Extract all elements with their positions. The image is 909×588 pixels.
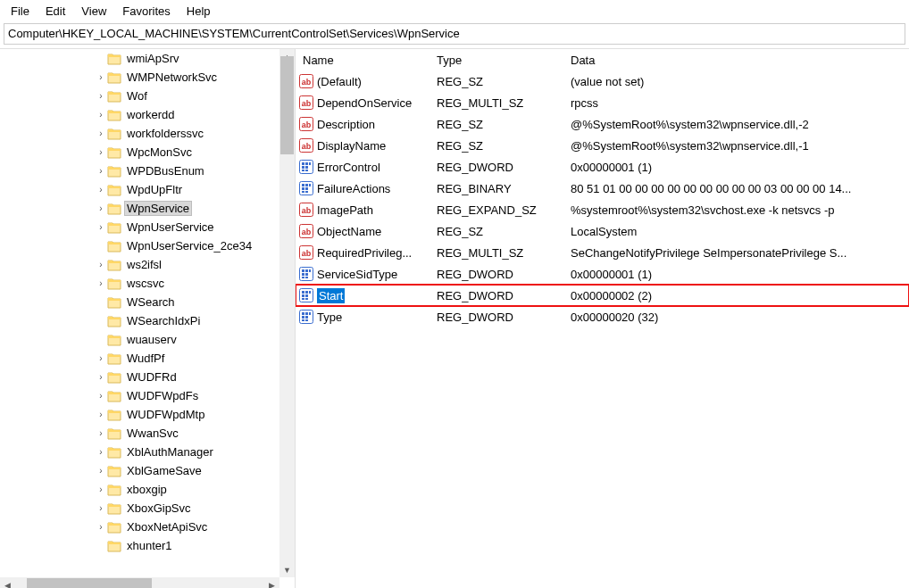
registry-value-row[interactable]: DependOnServiceREG_MULTI_SZrpcss (296, 92, 909, 113)
tree-item-label: WpcMonSvc (125, 145, 194, 159)
tree-item-label: WSearchIdxPi (125, 314, 202, 327)
tree-item[interactable]: ›XblAuthManager (0, 443, 295, 461)
chevron-right-icon[interactable]: › (95, 203, 107, 213)
value-name-cell: FailureActions (296, 181, 429, 195)
chevron-right-icon[interactable]: › (95, 428, 107, 438)
registry-value-row[interactable]: FailureActionsREG_BINARY80 51 01 00 00 0… (296, 178, 909, 199)
tree-item[interactable]: ›WwanSvc (0, 424, 295, 443)
chevron-right-icon[interactable]: › (95, 353, 107, 363)
registry-value-row[interactable]: ImagePathREG_EXPAND_SZ%systemroot%\syste… (296, 199, 909, 220)
tree-item[interactable]: ›WMPNetworkSvc (0, 68, 295, 87)
tree-item[interactable]: wmiApSrv (0, 49, 295, 68)
folder-icon (107, 352, 121, 366)
tree-vertical-scrollbar[interactable]: ▲ ▼ (279, 49, 295, 577)
chevron-right-icon[interactable]: › (95, 503, 107, 513)
chevron-right-icon[interactable]: › (95, 166, 107, 176)
menu-favorites[interactable]: Favorites (117, 4, 175, 19)
address-bar[interactable]: Computer\HKEY_LOCAL_MACHINE\SYSTEM\Curre… (4, 23, 905, 45)
registry-value-row[interactable]: (Default)REG_SZ(value not set) (296, 70, 909, 92)
scroll-right-arrow-icon[interactable]: ▶ (264, 577, 279, 588)
registry-value-row[interactable]: RequiredPrivileg...REG_MULTI_SZSeChangeN… (296, 242, 909, 263)
tree-item[interactable]: ›WudfPf (0, 349, 295, 368)
chevron-right-icon[interactable]: › (95, 484, 107, 494)
binary-value-icon (299, 310, 313, 324)
tree-item[interactable]: ›XboxGipSvc (0, 499, 295, 518)
value-name-cell: ErrorControl (296, 160, 429, 174)
registry-value-row[interactable]: StartREG_DWORD0x00000002 (2) (296, 285, 909, 306)
tree-item[interactable]: ›wscsvc (0, 274, 295, 293)
scroll-thumb[interactable] (280, 56, 294, 154)
chevron-right-icon[interactable]: › (95, 110, 107, 120)
value-type: REG_SZ (429, 225, 563, 238)
tree-item[interactable]: ›WpdUpFltr (0, 180, 295, 199)
value-data: LocalSystem (563, 225, 909, 238)
tree-item[interactable]: ›WpnUserService (0, 218, 295, 236)
chevron-right-icon[interactable]: › (95, 260, 107, 269)
tree-item[interactable]: ›workerdd (0, 105, 295, 124)
column-header-name[interactable]: Name (296, 51, 429, 70)
tree-item[interactable]: ›XboxNetApiSvc (0, 518, 295, 536)
value-name-cell: (Default) (296, 74, 429, 88)
registry-value-row[interactable]: ErrorControlREG_DWORD0x00000001 (1) (296, 156, 909, 178)
tree-content[interactable]: wmiApSrv›WMPNetworkSvc›Wof›workerdd›work… (0, 49, 295, 577)
tree-item[interactable]: ›WPDBusEnum (0, 161, 295, 180)
tree-item[interactable]: ›WUDFRd (0, 368, 295, 386)
chevron-right-icon[interactable]: › (95, 185, 107, 195)
tree-item[interactable]: ›workfolderssvc (0, 124, 295, 143)
tree-item[interactable]: ›WUDFWpdMtp (0, 405, 295, 424)
column-header-data[interactable]: Data (563, 51, 909, 70)
chevron-right-icon[interactable]: › (95, 278, 107, 288)
value-data: (value not set) (563, 75, 909, 88)
tree-item[interactable]: ›ws2ifsl (0, 255, 295, 274)
tree-item[interactable]: WpnUserService_2ce34 (0, 236, 295, 255)
tree-item[interactable]: xhunter1 (0, 536, 295, 555)
folder-icon (107, 145, 121, 160)
scroll-thumb[interactable] (27, 578, 152, 588)
registry-value-row[interactable]: ObjectNameREG_SZLocalSystem (296, 220, 909, 242)
tree-item[interactable]: WSearch (0, 293, 295, 311)
tree-item[interactable]: ›Wof (0, 87, 295, 105)
chevron-right-icon[interactable]: › (95, 466, 107, 476)
tree-item[interactable]: ›WpcMonSvc (0, 143, 295, 161)
value-name-cell: ImagePath (296, 203, 429, 217)
tree-item[interactable]: ›XblGameSave (0, 461, 295, 480)
chevron-right-icon[interactable]: › (95, 391, 107, 401)
value-data: 0x00000020 (32) (563, 311, 909, 324)
chevron-right-icon[interactable]: › (95, 128, 107, 138)
tree-item[interactable]: WSearchIdxPi (0, 311, 295, 330)
chevron-right-icon[interactable]: › (95, 147, 107, 157)
menu-edit[interactable]: Edit (40, 4, 71, 19)
value-name: ImagePath (317, 203, 373, 217)
tree-item-label: wscsvc (125, 277, 166, 290)
chevron-right-icon[interactable]: › (95, 91, 107, 101)
value-name-cell: Start (296, 288, 429, 303)
column-header-type[interactable]: Type (429, 51, 563, 70)
value-data: rpcss (563, 96, 909, 110)
chevron-right-icon[interactable]: › (95, 222, 107, 232)
chevron-right-icon[interactable]: › (95, 372, 107, 382)
value-name: Description (317, 118, 375, 131)
folder-icon (107, 52, 121, 66)
chevron-right-icon[interactable]: › (95, 410, 107, 419)
tree-item[interactable]: ›xboxgip (0, 480, 295, 499)
chevron-right-icon[interactable]: › (95, 72, 107, 82)
tree-item[interactable]: ›WpnService (0, 199, 295, 218)
menu-view[interactable]: View (76, 4, 112, 19)
registry-value-row[interactable]: TypeREG_DWORD0x00000020 (32) (296, 306, 909, 327)
menu-file[interactable]: File (5, 4, 35, 19)
scroll-left-arrow-icon[interactable]: ◀ (0, 577, 15, 588)
scroll-down-arrow-icon[interactable]: ▼ (279, 562, 295, 577)
value-type: REG_SZ (429, 139, 563, 153)
menu-help[interactable]: Help (181, 4, 216, 19)
value-type: REG_DWORD (429, 289, 563, 302)
value-type: REG_MULTI_SZ (429, 96, 563, 110)
tree-item[interactable]: wuauserv (0, 330, 295, 349)
chevron-right-icon[interactable]: › (95, 522, 107, 532)
chevron-right-icon[interactable]: › (95, 447, 107, 457)
registry-value-row[interactable]: DescriptionREG_SZ@%SystemRoot%\system32\… (296, 113, 909, 135)
registry-value-row[interactable]: ServiceSidTypeREG_DWORD0x00000001 (1) (296, 263, 909, 285)
tree-item[interactable]: ›WUDFWpdFs (0, 386, 295, 405)
tree-item-label: Wof (125, 89, 149, 103)
tree-horizontal-scrollbar[interactable]: ◀ ▶ (0, 577, 279, 588)
registry-value-row[interactable]: DisplayNameREG_SZ@%SystemRoot%\system32\… (296, 135, 909, 156)
